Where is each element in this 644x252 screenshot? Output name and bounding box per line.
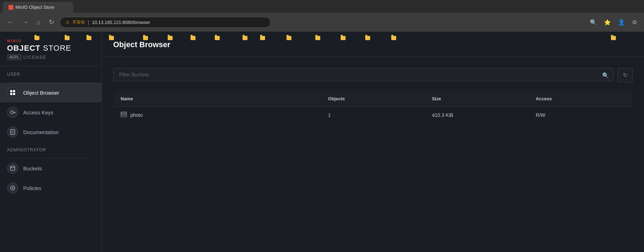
filter-input-wrap: 🔍	[113, 68, 613, 82]
toolbar-icon-2[interactable]: ⭐	[601, 18, 614, 27]
documentation-icon	[7, 126, 18, 138]
folder-icon	[215, 36, 220, 40]
table-row[interactable]: photo 1 410.3 KiB R/W	[114, 107, 633, 124]
title-light: STORE	[43, 44, 71, 52]
agpl-badge: AGPL	[7, 54, 21, 60]
filter-bar: 🔍 ↻	[113, 68, 633, 82]
svg-rect-3	[13, 93, 15, 95]
table-header-row: Name Objects Size Access	[114, 91, 633, 107]
folder-icon	[143, 36, 148, 40]
folder-icon	[34, 36, 39, 40]
main-content: Object Browser 🔍 ↻ Name Objects Size	[102, 32, 644, 252]
home-button[interactable]: ⌂	[34, 17, 43, 27]
table-body: photo 1 410.3 KiB R/W	[114, 107, 633, 124]
object-browser-icon	[7, 87, 18, 98]
folder-icon	[611, 36, 616, 40]
svg-point-4	[11, 111, 13, 114]
folder-icon	[191, 36, 195, 40]
sidebar-item-label: Documentation	[23, 129, 59, 135]
toolbar-icon-3[interactable]: 👤	[615, 18, 628, 27]
col-header-size: Size	[425, 91, 529, 107]
address-text: 10.13.165.121:8080/browser	[92, 20, 150, 25]
table-header: Name Objects Size Access	[114, 91, 633, 107]
refresh-button[interactable]: ↻	[618, 68, 633, 82]
admin-section-label: Administrator	[7, 147, 95, 152]
folder-icon	[86, 36, 91, 40]
folder-icon	[260, 36, 265, 40]
folder-icon	[109, 36, 114, 40]
sidebar-item-documentation[interactable]: Documentation	[0, 122, 102, 142]
sidebar-item-policies[interactable]: Policies	[0, 178, 102, 198]
page-header: Object Browser	[102, 32, 644, 57]
col-header-name: Name	[114, 91, 321, 107]
folder-icon	[315, 36, 320, 40]
admin-section-header: Administrator	[0, 142, 102, 158]
title-bold: OBJECT	[7, 44, 40, 52]
policies-icon	[7, 182, 18, 194]
bucket-name-text: photo	[130, 112, 143, 118]
bucket-name-cell[interactable]: photo	[114, 107, 321, 124]
address-separator: |	[88, 19, 89, 25]
sidebar-item-label: Buckets	[23, 165, 42, 171]
toolbar-icon-4[interactable]: ⚙	[629, 18, 640, 27]
folder-icon	[65, 36, 70, 40]
folder-icon	[365, 36, 370, 40]
sidebar-item-label: Object Browser	[23, 90, 59, 96]
sidebar-item-label: Access Keys	[23, 109, 53, 115]
sidebar-item-label: Policies	[23, 185, 41, 191]
license-area: AGPL LICENSE	[7, 54, 95, 60]
bucket-name-wrapper: photo	[121, 112, 314, 119]
sidebar-item-access-keys[interactable]: Access Keys	[0, 102, 102, 122]
user-section-label: User	[7, 72, 95, 77]
svg-rect-1	[13, 90, 15, 92]
buckets-icon	[7, 163, 18, 174]
bucket-objects-cell: 1	[321, 107, 425, 124]
back-button[interactable]: ←	[4, 17, 16, 27]
svg-rect-0	[10, 90, 12, 92]
bucket-row-icon	[121, 112, 127, 119]
folder-icon	[391, 36, 396, 40]
tab-favicon	[8, 5, 13, 10]
col-header-access: Access	[529, 91, 632, 107]
content-area: 🔍 ↻ Name Objects Size Access	[102, 57, 644, 135]
access-keys-icon	[7, 107, 18, 118]
buckets-table: Name Objects Size Access	[113, 91, 633, 124]
address-warning-text: 不安全	[72, 19, 85, 25]
security-warning-icon: ⚠	[66, 20, 70, 25]
sidebar: MINIO OBJECT STORE AGPL LICENSE User Obj…	[0, 32, 102, 252]
svg-point-12	[11, 166, 15, 168]
svg-rect-2	[10, 93, 12, 95]
bucket-size-cell: 410.3 KiB	[425, 107, 529, 124]
col-header-objects: Objects	[321, 91, 425, 107]
toolbar-icons: 🔍 ⭐ 👤 ⚙	[587, 18, 640, 27]
page-title: Object Browser	[113, 40, 633, 49]
filter-buckets-input[interactable]	[113, 68, 613, 81]
svg-rect-18	[121, 112, 127, 117]
address-bar[interactable]: ⚠ 不安全 | 10.13.165.121:8080/browser	[60, 17, 271, 28]
reload-button[interactable]: ↻	[46, 17, 57, 27]
minio-title: OBJECT STORE	[7, 44, 95, 52]
sidebar-item-buckets[interactable]: Buckets	[0, 158, 102, 178]
user-section-header: User	[0, 66, 102, 82]
minio-brand: MINIO	[7, 39, 95, 43]
folder-icon	[168, 36, 173, 40]
toolbar-icon-1[interactable]: 🔍	[587, 18, 600, 27]
app-layout: MINIO OBJECT STORE AGPL LICENSE User Obj…	[0, 32, 644, 252]
tab-title: MinIO Object Store	[15, 5, 54, 10]
browser-tab[interactable]: MinIO Object Store	[3, 2, 73, 13]
forward-button[interactable]: →	[19, 17, 31, 27]
bucket-access-cell: R/W	[529, 107, 632, 124]
sidebar-item-object-browser[interactable]: Object Browser	[0, 83, 102, 102]
folder-icon	[341, 36, 346, 40]
folder-icon	[243, 36, 247, 40]
filter-search-button[interactable]: 🔍	[602, 72, 609, 78]
license-text: LICENSE	[24, 55, 46, 60]
folder-icon	[286, 36, 291, 40]
svg-point-14	[12, 187, 13, 189]
